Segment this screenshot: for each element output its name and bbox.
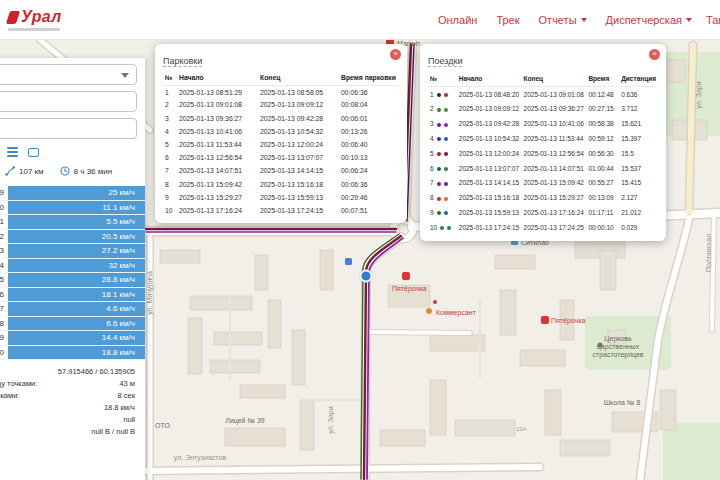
transit-stop-icon <box>345 258 352 265</box>
vehicle-select[interactable] <box>0 64 137 85</box>
trip-row[interactable]: 102025-01-13 17:24:152025-01-13 17:24:25… <box>428 220 658 235</box>
trip-end-color-dot <box>444 137 448 141</box>
map-label-church-2: царственных <box>597 343 640 351</box>
map-label-zari-north: ул. Зари <box>695 81 703 108</box>
poi-dot-icon <box>433 300 437 304</box>
nav-reports[interactable]: Отчеты <box>539 14 587 26</box>
chevron-down-icon <box>686 18 692 22</box>
map-label-poltavskaya: Полтавская <box>705 234 712 272</box>
track-point-row[interactable]: 1618.1 км/ч <box>0 288 145 303</box>
track-point-row[interactable]: 925 км/ч <box>0 186 145 201</box>
chart-icon[interactable] <box>28 148 39 157</box>
close-icon[interactable] <box>649 49 660 60</box>
trips-table: № Начало Конец Время Дистанция 12025-01-… <box>428 72 658 235</box>
trip-row[interactable]: 72025-01-13 14:14:152025-01-13 15:09:420… <box>428 176 658 191</box>
track-point-row[interactable]: 1432 км/ч <box>0 259 145 274</box>
map-label-pyaterochka1: Пятёрочка <box>392 285 426 293</box>
trip-row[interactable]: 92025-01-13 15:59:132025-01-13 17:16:240… <box>428 205 658 220</box>
parking-row[interactable]: 12025-01-13 08:51:292025-01-13 08:58:050… <box>163 85 398 98</box>
track-point-row[interactable]: 186.6 км/ч <box>0 317 145 332</box>
trip-end-color-dot <box>444 123 448 127</box>
parking-row[interactable]: 72025-01-13 14:07:512025-01-13 14:14:150… <box>163 164 398 177</box>
trip-row[interactable]: 12025-01-13 08:48:202025-01-13 09:01:080… <box>428 87 658 102</box>
parking-row[interactable]: 42025-01-13 10:41:062025-01-13 10:54:320… <box>163 125 398 138</box>
trip-row[interactable]: 22025-01-13 09:09:122025-01-13 09:36:270… <box>428 102 658 117</box>
track-point-row[interactable]: 174.6 км/ч <box>0 302 145 317</box>
logo[interactable]: Урал <box>8 8 61 31</box>
chevron-down-icon <box>121 73 129 78</box>
info-row-coordinates: Координаты:57.915466 / 60.135905 <box>0 367 145 379</box>
date-from-input[interactable] <box>0 91 137 112</box>
trip-end-color-dot <box>447 226 451 230</box>
trip-row[interactable]: 32025-01-13 09:42:282025-01-13 10:41:060… <box>428 116 658 131</box>
close-icon[interactable] <box>390 49 401 60</box>
vehicle-marker[interactable] <box>359 269 373 283</box>
info-row-time: Время между точками:8 сек <box>0 391 145 403</box>
parkings-panel-title[interactable]: Парковки <box>163 56 202 67</box>
trip-row[interactable]: 82025-01-13 15:16:182025-01-13 15:29:270… <box>428 190 658 205</box>
trip-end-color-dot <box>444 152 448 156</box>
point-info-panel: Координаты:57.915466 / 60.135905 Расстоя… <box>0 367 145 439</box>
info-row-altitude: Высота:null <box>0 415 145 427</box>
trip-start-color-dot <box>437 167 441 171</box>
nav-user-label[interactable]: Тап <box>706 14 720 26</box>
info-row-speed: Скорость:18.8 км/ч <box>0 403 145 415</box>
map-label-bldg-13a: 13А <box>516 426 527 432</box>
route-icon <box>5 166 15 176</box>
logo-tagline <box>8 28 60 31</box>
map-label-entuziastov: ул. Энтузиастов <box>174 454 227 462</box>
trips-panel: Поездки № Начало Конец Время Дистанция 1… <box>420 44 666 241</box>
trip-start-color-dot <box>437 93 441 97</box>
nav-online[interactable]: Онлайн <box>438 14 477 26</box>
nav-dispatch[interactable]: Диспетчерская <box>606 14 692 26</box>
nav-track[interactable]: Трек <box>496 14 519 26</box>
trip-end-color-dot <box>444 197 448 201</box>
track-point-row[interactable]: 1220.5 км/ч <box>0 230 145 245</box>
parkings-table: № Начало Конец Время парковки 12025-01-1… <box>163 72 398 217</box>
parking-row[interactable]: 32025-01-13 09:36:272025-01-13 09:42:280… <box>163 112 398 125</box>
track-point-row[interactable]: 115.5 км/ч <box>0 215 145 230</box>
info-row-voltage: Напряжение:null В / null В <box>0 427 145 439</box>
track-sidebar: 107 км 8 ч 36 мин 925 км/ч 1011.1 км/ч 1… <box>0 58 145 480</box>
map-label-zari-south: ул. Зари <box>327 406 335 433</box>
parking-row[interactable]: 22025-01-13 09:01:082025-01-13 09:09:120… <box>163 98 398 111</box>
parkings-panel: Парковки № Начало Конец Время парковки 1… <box>155 44 407 223</box>
info-row-distance: Расстояние между точками:43 м <box>0 379 145 391</box>
trip-start-color-dot <box>437 197 441 201</box>
clock-icon <box>60 166 70 176</box>
parking-row[interactable]: 102025-01-13 17:16:242025-01-13 17:24:15… <box>163 204 398 217</box>
trips-panel-title[interactable]: Поездки <box>428 56 462 67</box>
parking-row[interactable]: 62025-01-13 12:56:542025-01-13 13:07:070… <box>163 151 398 164</box>
date-to-input[interactable] <box>0 118 137 139</box>
parking-row[interactable]: 92025-01-13 15:29:272025-01-13 15:59:130… <box>163 191 398 204</box>
trip-end-color-dot <box>444 93 448 97</box>
logo-mark-icon <box>6 11 20 24</box>
track-point-row[interactable]: 2018.8 км/ч <box>0 346 145 361</box>
map-label-kommersant: Коммерсант <box>436 309 477 317</box>
duration-stat: 8 ч 36 мин <box>60 166 113 176</box>
trip-start-color-dot <box>437 182 441 186</box>
trip-start-color-dot <box>437 211 441 215</box>
trip-end-color-dot <box>444 108 448 112</box>
trip-start-color-dot <box>437 137 441 141</box>
top-navbar: Урал Онлайн Трек Отчеты Диспетчерская Та… <box>0 0 720 40</box>
map-label-lyceum: Лицей № 39 <box>225 417 265 425</box>
trip-row[interactable]: 42025-01-13 10:54:322025-01-13 11:53:440… <box>428 131 658 146</box>
trip-row[interactable]: 62025-01-13 13:07:072025-01-13 14:07:510… <box>428 161 658 176</box>
trip-row[interactable]: 52025-01-13 12:00:242025-01-13 12:56:540… <box>428 146 658 161</box>
trip-end-color-dot <box>444 182 448 186</box>
parking-row[interactable]: 52025-01-13 11:53:442025-01-13 12:00:240… <box>163 138 398 151</box>
track-point-row[interactable]: 1914.4 км/ч <box>0 331 145 346</box>
trip-end-color-dot <box>444 167 448 171</box>
logo-text: Урал <box>21 8 61 26</box>
list-icon[interactable] <box>7 147 18 157</box>
distance-stat: 107 км <box>5 166 44 176</box>
parking-row[interactable]: 82025-01-13 15:09:422025-01-13 15:16:180… <box>163 178 398 191</box>
map-label-oto: ОТО <box>155 422 170 429</box>
map-label-church-3: страстотерпцев <box>592 351 643 359</box>
trip-end-color-dot <box>444 211 448 215</box>
map-label-michurina: ул. Мичурина <box>146 271 154 315</box>
track-point-row[interactable]: 1327.2 км/ч <box>0 244 145 259</box>
track-point-row[interactable]: 1528.8 км/ч <box>0 273 145 288</box>
track-point-row[interactable]: 1011.1 км/ч <box>0 201 145 216</box>
